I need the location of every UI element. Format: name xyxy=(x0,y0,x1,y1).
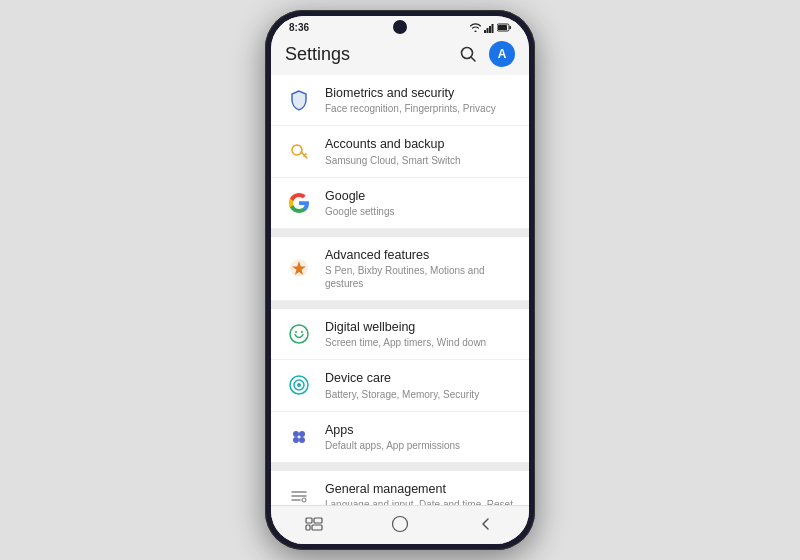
advanced-title: Advanced features xyxy=(325,247,515,263)
wellbeing-text: Digital wellbeing Screen time, App timer… xyxy=(325,319,515,349)
avatar-button[interactable]: A xyxy=(489,41,515,67)
status-bar: 8:36 xyxy=(271,16,529,35)
svg-point-12 xyxy=(295,331,297,333)
svg-point-34 xyxy=(393,517,408,532)
apps-text: Apps Default apps, App permissions xyxy=(325,422,515,452)
phone-screen: 8:36 xyxy=(271,16,529,544)
accounts-title: Accounts and backup xyxy=(325,136,515,152)
wellbeing-title: Digital wellbeing xyxy=(325,319,515,335)
settings-list: Biometrics and security Face recognition… xyxy=(271,75,529,505)
recent-icon xyxy=(305,517,323,531)
google-subtitle: Google settings xyxy=(325,205,515,218)
svg-rect-5 xyxy=(498,25,507,30)
apps-subtitle: Default apps, App permissions xyxy=(325,439,515,452)
svg-point-18 xyxy=(299,431,305,437)
biometrics-subtitle: Face recognition, Fingerprints, Privacy xyxy=(325,102,515,115)
avatar-label: A xyxy=(498,47,507,61)
svg-rect-33 xyxy=(312,525,322,530)
divider-1 xyxy=(271,229,529,237)
search-icon xyxy=(459,45,477,63)
svg-rect-30 xyxy=(306,518,312,523)
svg-rect-2 xyxy=(489,26,491,33)
google-text: Google Google settings xyxy=(325,188,515,218)
settings-item-advanced[interactable]: Advanced features S Pen, Bixby Routines,… xyxy=(271,237,529,301)
svg-point-9 xyxy=(292,145,302,155)
svg-rect-32 xyxy=(306,525,310,530)
svg-rect-31 xyxy=(314,518,322,523)
wellbeing-subtitle: Screen time, App timers, Wind down xyxy=(325,336,515,349)
svg-point-13 xyxy=(301,331,303,333)
settings-item-management[interactable]: General management Language and input, D… xyxy=(271,471,529,505)
management-icon xyxy=(285,482,313,505)
header-actions: A xyxy=(457,41,515,67)
svg-point-11 xyxy=(290,325,308,343)
svg-point-16 xyxy=(297,383,301,387)
settings-item-google[interactable]: Google Google settings xyxy=(271,178,529,229)
divider-2 xyxy=(271,301,529,309)
svg-point-17 xyxy=(293,431,299,437)
svg-rect-0 xyxy=(484,30,486,33)
google-title: Google xyxy=(325,188,515,204)
svg-rect-3 xyxy=(492,24,494,33)
status-time: 8:36 xyxy=(289,22,309,33)
management-subtitle: Language and input, Date and time, Reset xyxy=(325,498,515,505)
advanced-text: Advanced features S Pen, Bixby Routines,… xyxy=(325,247,515,290)
svg-rect-6 xyxy=(510,26,512,29)
settings-item-wellbeing[interactable]: Digital wellbeing Screen time, App timer… xyxy=(271,309,529,360)
page-title: Settings xyxy=(285,44,350,65)
svg-point-20 xyxy=(299,437,305,443)
accounts-subtitle: Samsung Cloud, Smart Switch xyxy=(325,154,515,167)
biometrics-text: Biometrics and security Face recognition… xyxy=(325,85,515,115)
app-header: Settings A xyxy=(271,35,529,75)
wellbeing-icon xyxy=(285,320,313,348)
accounts-icon xyxy=(285,137,313,165)
accounts-text: Accounts and backup Samsung Cloud, Smart… xyxy=(325,136,515,166)
biometrics-title: Biometrics and security xyxy=(325,85,515,101)
search-button[interactable] xyxy=(457,43,479,65)
back-button[interactable] xyxy=(471,514,501,534)
settings-item-apps[interactable]: Apps Default apps, App permissions xyxy=(271,412,529,463)
biometrics-icon xyxy=(285,86,313,114)
apps-icon xyxy=(285,423,313,451)
device-text: Device care Battery, Storage, Memory, Se… xyxy=(325,370,515,400)
device-subtitle: Battery, Storage, Memory, Security xyxy=(325,388,515,401)
back-icon xyxy=(478,516,494,532)
signal-icon xyxy=(484,23,494,33)
divider-3 xyxy=(271,463,529,471)
settings-item-biometrics[interactable]: Biometrics and security Face recognition… xyxy=(271,75,529,126)
advanced-icon xyxy=(285,254,313,282)
svg-point-24 xyxy=(302,498,306,502)
status-icons xyxy=(470,23,511,33)
svg-line-8 xyxy=(471,57,475,61)
home-button[interactable] xyxy=(385,514,415,534)
phone-frame: 8:36 xyxy=(265,10,535,550)
wifi-icon xyxy=(470,23,481,32)
svg-rect-1 xyxy=(487,28,489,33)
settings-item-accounts[interactable]: Accounts and backup Samsung Cloud, Smart… xyxy=(271,126,529,177)
advanced-subtitle: S Pen, Bixby Routines, Motions and gestu… xyxy=(325,264,515,290)
battery-icon xyxy=(497,23,511,32)
home-icon xyxy=(391,515,409,533)
management-text: General management Language and input, D… xyxy=(325,481,515,505)
google-icon xyxy=(285,189,313,217)
device-icon xyxy=(285,371,313,399)
camera-notch xyxy=(393,20,407,34)
nav-bar xyxy=(271,505,529,544)
apps-title: Apps xyxy=(325,422,515,438)
recent-apps-button[interactable] xyxy=(299,514,329,534)
device-title: Device care xyxy=(325,370,515,386)
management-title: General management xyxy=(325,481,515,497)
settings-item-device[interactable]: Device care Battery, Storage, Memory, Se… xyxy=(271,360,529,411)
svg-point-19 xyxy=(293,437,299,443)
